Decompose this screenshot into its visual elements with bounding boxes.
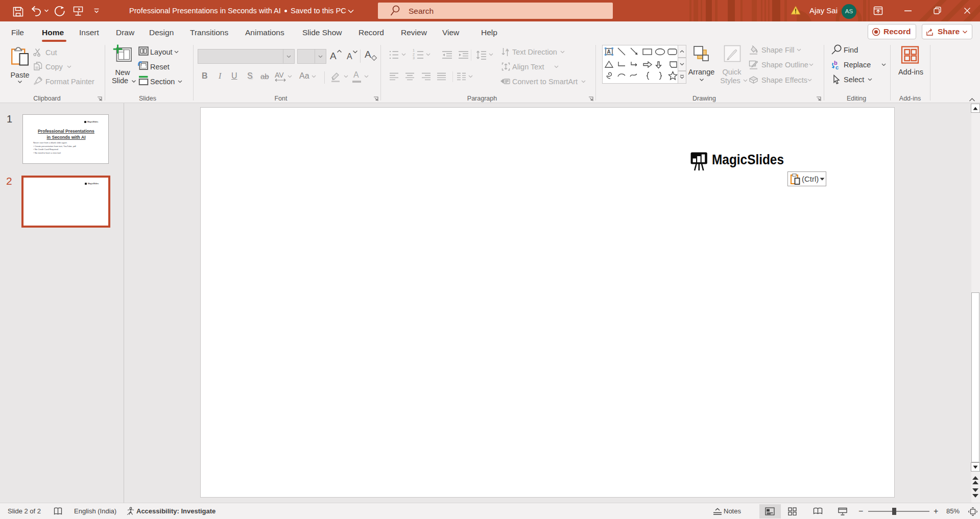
svg-text:MagicSlides: MagicSlides <box>712 151 784 167</box>
svg-text:A: A <box>506 47 509 53</box>
svg-text:c: c <box>835 64 839 70</box>
svg-text:A: A <box>607 49 611 55</box>
